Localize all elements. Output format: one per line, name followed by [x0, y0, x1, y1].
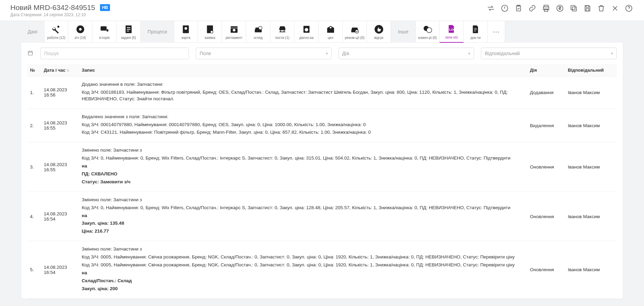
- svg-rect-7: [571, 6, 575, 10]
- tab-regulation[interactable]: регламент: [222, 21, 246, 43]
- record-line: Статус: Замовити з/ч: [82, 179, 524, 185]
- record-line: Код З/Ч: C43121, Найменування: Повітряни…: [82, 129, 524, 136]
- tab-label: док-ти: [471, 36, 481, 40]
- tab-inspection[interactable]: огляд: [246, 21, 270, 43]
- svg-rect-13: [100, 26, 107, 31]
- car-list-icon: [99, 24, 110, 34]
- record-line: Код З/Ч: 0005, Найменування: Свічка розж…: [82, 262, 524, 268]
- cell-record: Видалено значення з поля: Запчастини:Код…: [79, 109, 527, 142]
- clipboard-check-icon[interactable]: [514, 3, 523, 13]
- checklist-icon: [123, 24, 134, 34]
- tab-label: відгук: [374, 36, 383, 40]
- cell-responsible: Іванов Максим: [565, 142, 617, 192]
- svg-point-28: [426, 28, 432, 33]
- record-line: Код З/Ч: 000186183, Найменування: Фільтр…: [82, 89, 524, 102]
- link-icon[interactable]: [527, 3, 537, 13]
- tab-label: задачі (0): [121, 36, 136, 40]
- currency-icon[interactable]: [555, 3, 565, 13]
- tab-logs[interactable]: LOG логи н/з: [440, 21, 464, 43]
- close-icon[interactable]: [610, 3, 620, 13]
- map-pin-icon: [181, 24, 191, 34]
- cell-no: 4.: [27, 192, 41, 241]
- tab-recommendations[interactable]: реком-ції (0): [343, 21, 367, 43]
- svg-point-20: [233, 29, 235, 31]
- car-check-icon: [350, 24, 360, 34]
- cell-responsible: Іванов Максим: [565, 241, 617, 298]
- table-row: 3.14.08.2023 16:55Змінено поле: Запчасти…: [27, 142, 617, 192]
- tab-more[interactable]: ⋯: [488, 21, 505, 43]
- tab-label: реком-ції (0): [345, 36, 364, 40]
- save-icon[interactable]: [583, 3, 592, 13]
- tab-feedback[interactable]: відгук: [367, 21, 391, 43]
- tab-label: історія: [99, 36, 109, 40]
- svg-rect-30: [28, 51, 32, 55]
- log-panel: Поле ▾ Дія ▾ Відповідальний ▾ № Дата і ч…: [21, 43, 623, 299]
- chevron-down-icon: ▾: [468, 51, 470, 56]
- record-line: ПД: СХВАЛЕНО: [82, 171, 524, 177]
- calendar-icon[interactable]: [27, 50, 33, 57]
- table-row: 5.14.08.2023 16:54Змінено поле: Запчасти…: [27, 241, 617, 298]
- tab-parts[interactable]: з/ч (14): [68, 21, 92, 43]
- cell-record: Додано значення в поле: Запчастини:Код З…: [79, 76, 527, 109]
- tab-diagnostics[interactable]: діагно-ка: [294, 21, 319, 43]
- print-icon[interactable]: [541, 3, 551, 13]
- cell-record: Змінено поле: Запчастини зКод З/Ч: 0, На…: [79, 142, 527, 192]
- log-icon: LOG: [446, 24, 456, 34]
- tab-comments[interactable]: комен-рі (0): [415, 21, 440, 43]
- th-datetime[interactable]: Дата і час: [41, 64, 79, 76]
- th-action[interactable]: Дія: [527, 64, 565, 76]
- chevron-down-icon: ▾: [326, 51, 328, 56]
- action-select[interactable]: Дія ▾: [339, 48, 474, 59]
- chevron-down-icon: ▾: [611, 51, 613, 56]
- tab-tasks[interactable]: задачі (0): [117, 21, 141, 43]
- cell-no: 2.: [27, 109, 41, 142]
- washer-icon: [301, 24, 312, 34]
- topbar: Новий MRD-6342-849515 НВ Дата Створення:…: [0, 0, 644, 21]
- cell-action: Додавання: [527, 76, 565, 109]
- tab-history[interactable]: історія: [92, 21, 117, 43]
- responsible-select[interactable]: Відповідальний ▾: [481, 48, 617, 59]
- doc-lines-icon: [470, 24, 481, 34]
- tab-documents[interactable]: док-ти: [464, 21, 488, 43]
- cell-action: Оновлення: [527, 241, 565, 298]
- swap-icon[interactable]: [486, 3, 496, 13]
- tab-workshop[interactable]: цех: [319, 21, 343, 43]
- search-input[interactable]: [44, 51, 185, 56]
- cell-no: 3.: [27, 142, 41, 192]
- log-table: № Дата і час Запис Дія Відповідальний 1.…: [27, 64, 617, 299]
- cell-datetime: 14.08.2023 16:54: [41, 192, 79, 241]
- tab-works[interactable]: роботи (12): [44, 21, 68, 43]
- trash-icon[interactable]: [596, 3, 606, 13]
- record-line: Закуп. ціна: 135.48: [82, 220, 524, 227]
- comments-icon: [422, 24, 433, 34]
- field-select[interactable]: Поле ▾: [196, 48, 332, 59]
- action-placeholder: Дія: [342, 51, 349, 56]
- svg-rect-8: [586, 6, 589, 7]
- svg-point-21: [259, 26, 262, 30]
- tab-label: з/ч (14): [74, 36, 86, 40]
- svg-point-24: [330, 27, 331, 28]
- th-responsible[interactable]: Відповідальний: [565, 64, 617, 76]
- tab-request[interactable]: заявка: [198, 21, 222, 43]
- th-no[interactable]: №: [27, 64, 41, 76]
- garage-icon: [325, 24, 336, 34]
- help-icon[interactable]: [624, 3, 634, 13]
- svg-point-12: [79, 28, 82, 31]
- search-input-wrap[interactable]: [40, 48, 189, 59]
- field-placeholder: Поле: [200, 51, 211, 56]
- cell-datetime: 14.08.2023 16:55: [41, 142, 79, 192]
- table-row: 1.14.08.2023 16:56Додано значення в поле…: [27, 76, 617, 109]
- tab-label: огляд: [254, 36, 263, 40]
- cell-record: Змінено поле: Запчастини зКод З/Ч: 0005,…: [79, 241, 527, 298]
- svg-rect-6: [572, 7, 576, 11]
- tab-posts[interactable]: пости (1): [270, 21, 294, 43]
- copy-icon[interactable]: [569, 3, 578, 13]
- record-line: Склад/Постач.: Склад: [82, 278, 524, 284]
- record-line: Змінено поле: Запчастини з: [82, 147, 524, 154]
- tab-map[interactable]: карта: [174, 21, 198, 43]
- cell-record: Змінено поле: Запчастини зКод З/Ч: 0, На…: [79, 192, 527, 241]
- responsible-placeholder: Відповідальний: [485, 51, 520, 56]
- warning-icon[interactable]: [500, 3, 510, 13]
- svg-point-16: [184, 27, 187, 30]
- th-record[interactable]: Запис: [79, 64, 527, 76]
